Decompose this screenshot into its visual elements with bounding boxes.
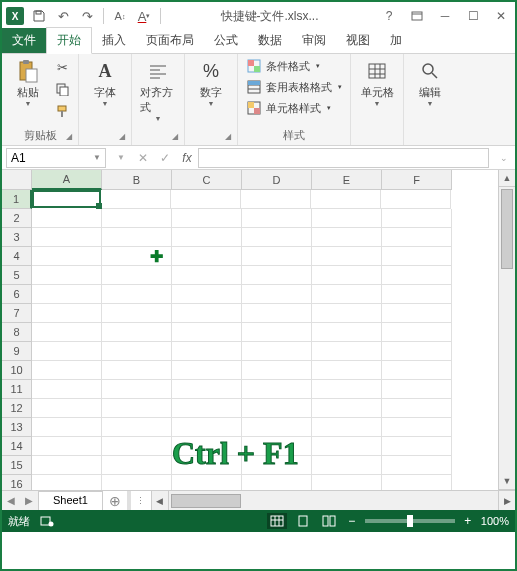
cell[interactable] — [242, 342, 312, 361]
cells-button[interactable]: 单元格 ▼ — [357, 57, 397, 109]
undo-icon[interactable]: ↶ — [52, 5, 74, 27]
row-header[interactable]: 5 — [2, 266, 32, 285]
cell[interactable] — [102, 228, 172, 247]
cell[interactable] — [382, 380, 452, 399]
cell[interactable] — [32, 266, 102, 285]
row-header[interactable]: 16 — [2, 475, 32, 490]
cell[interactable] — [32, 399, 102, 418]
tab-formulas[interactable]: 公式 — [204, 28, 248, 53]
cell[interactable] — [32, 342, 102, 361]
cell[interactable] — [172, 323, 242, 342]
cell[interactable] — [172, 380, 242, 399]
vertical-scrollbar[interactable]: ▲ ▼ — [498, 170, 515, 490]
tab-review[interactable]: 审阅 — [292, 28, 336, 53]
cell[interactable] — [312, 380, 382, 399]
cell[interactable] — [242, 437, 312, 456]
cell[interactable] — [32, 285, 102, 304]
cell[interactable] — [382, 228, 452, 247]
cell[interactable] — [32, 304, 102, 323]
row-header[interactable]: 14 — [2, 437, 32, 456]
cell[interactable] — [382, 361, 452, 380]
editing-button[interactable]: 编辑 ▼ — [410, 57, 450, 109]
row-header[interactable]: 15 — [2, 456, 32, 475]
tab-view[interactable]: 视图 — [336, 28, 380, 53]
cell[interactable] — [32, 247, 102, 266]
view-page-break-icon[interactable] — [319, 513, 339, 529]
cell[interactable] — [172, 247, 242, 266]
conditional-formatting-button[interactable]: 条件格式▾ — [244, 57, 344, 75]
cell[interactable] — [172, 418, 242, 437]
cell[interactable] — [242, 418, 312, 437]
cell[interactable] — [102, 437, 172, 456]
cell[interactable] — [382, 304, 452, 323]
cell[interactable] — [102, 285, 172, 304]
cell[interactable] — [32, 456, 102, 475]
hscroll-thumb[interactable] — [171, 494, 241, 508]
zoom-level[interactable]: 100% — [481, 515, 509, 527]
help-icon[interactable]: ? — [375, 5, 403, 27]
cell[interactable] — [382, 247, 452, 266]
cell[interactable] — [312, 285, 382, 304]
cell[interactable] — [382, 437, 452, 456]
row-header[interactable]: 8 — [2, 323, 32, 342]
row-header[interactable]: 4 — [2, 247, 32, 266]
cell[interactable] — [382, 342, 452, 361]
tab-insert[interactable]: 插入 — [92, 28, 136, 53]
cell[interactable] — [32, 323, 102, 342]
cell[interactable] — [32, 437, 102, 456]
cell[interactable] — [382, 456, 452, 475]
font-launcher-icon[interactable]: ◢ — [119, 132, 125, 141]
expand-formula-bar-icon[interactable]: ⌄ — [493, 148, 515, 168]
macro-record-icon[interactable] — [40, 515, 54, 527]
row-header[interactable]: 11 — [2, 380, 32, 399]
format-painter-icon[interactable] — [52, 101, 72, 121]
name-box[interactable]: ▼ — [6, 148, 106, 168]
number-button[interactable]: % 数字 ▼ — [191, 57, 231, 109]
cell[interactable] — [242, 266, 312, 285]
cell[interactable] — [172, 437, 242, 456]
copy-icon[interactable] — [52, 79, 72, 99]
tab-page-layout[interactable]: 页面布局 — [136, 28, 204, 53]
column-header[interactable]: C — [172, 170, 242, 190]
cell[interactable] — [312, 304, 382, 323]
cell[interactable] — [102, 456, 172, 475]
cell[interactable] — [32, 418, 102, 437]
sheet-nav-prev-icon[interactable]: ◀ — [2, 491, 20, 511]
cell[interactable] — [102, 342, 172, 361]
cell[interactable] — [242, 285, 312, 304]
cell[interactable] — [382, 475, 452, 490]
alignment-button[interactable]: 对齐方式 ▼ — [138, 57, 178, 124]
view-normal-icon[interactable] — [267, 513, 287, 529]
cell[interactable] — [312, 323, 382, 342]
cell[interactable] — [32, 475, 102, 490]
row-header[interactable]: 10 — [2, 361, 32, 380]
cell[interactable] — [172, 342, 242, 361]
cell[interactable] — [32, 380, 102, 399]
font-button[interactable]: A 字体 ▼ — [85, 57, 125, 109]
cell[interactable] — [382, 285, 452, 304]
cell[interactable] — [312, 437, 382, 456]
cell[interactable] — [102, 304, 172, 323]
cell[interactable] — [171, 190, 241, 209]
row-header[interactable]: 9 — [2, 342, 32, 361]
cell[interactable] — [102, 266, 172, 285]
row-header[interactable]: 13 — [2, 418, 32, 437]
vscroll-thumb[interactable] — [501, 189, 513, 269]
cell[interactable] — [312, 247, 382, 266]
cell[interactable] — [102, 380, 172, 399]
cell[interactable] — [102, 399, 172, 418]
add-sheet-button[interactable]: ⊕ — [103, 491, 127, 510]
cell[interactable] — [242, 209, 312, 228]
cell[interactable] — [382, 209, 452, 228]
save-icon[interactable] — [28, 5, 50, 27]
cell[interactable] — [101, 190, 171, 209]
cell[interactable] — [312, 399, 382, 418]
ribbon-options-icon[interactable] — [403, 5, 431, 27]
name-box-input[interactable] — [11, 151, 71, 165]
tab-data[interactable]: 数据 — [248, 28, 292, 53]
cell[interactable] — [382, 418, 452, 437]
column-header[interactable]: E — [312, 170, 382, 190]
cell[interactable] — [312, 342, 382, 361]
horizontal-scrollbar[interactable]: ◀ ▶ — [151, 491, 515, 510]
cell[interactable] — [382, 266, 452, 285]
